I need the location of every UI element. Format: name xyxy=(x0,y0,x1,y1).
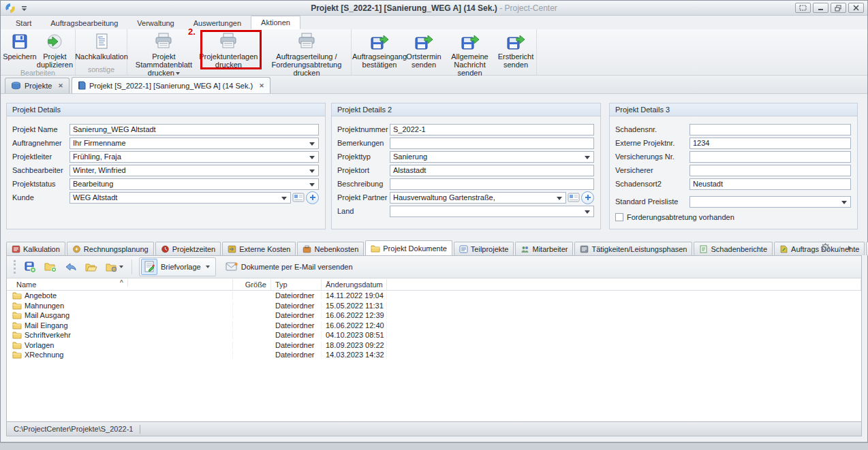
tab-taetigkeiten[interactable]: Tätigkeiten/Leistungsphasen xyxy=(574,242,692,255)
projekt-duplizieren-button[interactable]: Projekt duplizieren xyxy=(37,30,73,69)
land-combo[interactable] xyxy=(390,206,594,217)
open-folder-button[interactable] xyxy=(84,259,99,274)
tab-schadenberichte[interactable]: Schadenberichte xyxy=(694,242,773,255)
sachbearbeiter-combo[interactable]: Winter, Winfried xyxy=(69,165,319,176)
projekttyp-combo[interactable]: Sanierung xyxy=(390,151,594,163)
versicherer-input[interactable] xyxy=(689,165,851,176)
restore-button[interactable] xyxy=(831,3,846,13)
schadensnr-input[interactable] xyxy=(689,124,851,135)
tab-kalkulation[interactable]: Kalkulation xyxy=(6,242,65,255)
folder-icon xyxy=(12,351,22,359)
column-aenderungsdatum[interactable]: Änderungsdatum xyxy=(322,279,387,290)
file-type: Dateiordner xyxy=(271,331,322,339)
tab-scroll-left-icon[interactable] xyxy=(837,244,841,253)
tab-aktionen[interactable]: Aktionen xyxy=(251,16,300,29)
tab-verwaltung[interactable]: Verwaltung xyxy=(127,17,183,29)
projekt-name-input[interactable]: Sanierung_WEG Altstadt xyxy=(69,124,319,135)
ortstermin-button[interactable]: Ortstermin senden xyxy=(405,30,442,69)
table-row[interactable]: XRechnung Dateiordner 14.03.2023 14:32 xyxy=(7,350,861,360)
tab-auftragsbearbeitung[interactable]: Auftragsbearbeitung xyxy=(41,17,127,29)
file-modified: 15.05.2022 11:31 xyxy=(322,302,387,310)
close-tab-icon[interactable]: ✕ xyxy=(55,82,63,89)
folder-icon xyxy=(12,321,22,330)
briefvorlage-button[interactable]: Briefvorlage xyxy=(139,257,216,276)
column-groesse[interactable]: Größe xyxy=(233,279,271,290)
doctab-projekt-aktuell[interactable]: Projekt [S_2022-1] [Sanierung_WEG A] (14… xyxy=(72,77,270,93)
schadensort2-input[interactable]: Neustadt xyxy=(689,178,851,190)
file-type: Dateiordner xyxy=(271,321,322,330)
dropdown-arrow-icon xyxy=(119,266,123,268)
close-button[interactable] xyxy=(848,3,864,13)
projektort-input[interactable]: Alstastadt xyxy=(390,165,594,176)
close-tab-icon[interactable]: ✕ xyxy=(256,82,264,89)
add-folder-button[interactable] xyxy=(43,259,58,274)
tab-projekt-dokumente[interactable]: Projekt Dokumente xyxy=(365,240,452,255)
tab-scroll-right-icon[interactable] xyxy=(848,244,852,253)
auftragnehmer-combo[interactable]: Ihr Firmenname xyxy=(69,138,319,149)
fullscreen-button[interactable] xyxy=(795,3,811,13)
externe-kosten-icon xyxy=(228,245,236,253)
doctab-projekt-label: Projekt [S_2022-1] [Sanierung_WEG A] (14… xyxy=(89,82,253,90)
contact-card-icon[interactable] xyxy=(292,193,305,202)
table-row[interactable]: Mail Ausgang Dateiordner 16.06.2022 12:3… xyxy=(7,310,861,321)
documents-toolbar: Briefvorlage Dokumente per E-Mail versen… xyxy=(7,256,861,278)
documents-status-bar: C:\ProjectCenter\Projekte\S_2022-1 xyxy=(7,421,861,436)
projektleiter-combo[interactable]: Frühling, Fraja xyxy=(69,151,319,163)
file-name: Mahnungen xyxy=(25,302,64,310)
nachkalkulation-label: Nachkalkulation xyxy=(75,52,128,61)
erstbericht-button[interactable]: Erstbericht senden xyxy=(497,30,534,69)
panel-projekt-details: Projekt Details Projekt NameSanierung_WE… xyxy=(6,103,326,229)
file-name: XRechnung xyxy=(25,351,64,359)
standard-preisliste-combo[interactable] xyxy=(689,196,851,208)
projekt-partner-combo[interactable]: Hausverwaltung Gartenstraße, xyxy=(390,192,566,204)
add-kunde-button[interactable] xyxy=(306,191,319,204)
tab-mitarbeiter[interactable]: Mitarbeiter xyxy=(515,242,573,255)
versicherungs-nr-input[interactable] xyxy=(689,151,851,163)
table-row[interactable]: Schriftverkehr Dateiordner 04.10.2023 08… xyxy=(7,330,861,340)
field-label: Land xyxy=(332,207,390,215)
add-document-button[interactable] xyxy=(22,259,37,274)
tab-externe-kosten[interactable]: Externe Kosten xyxy=(222,242,296,255)
auftragseingang-button[interactable]: Auftragseingang bestätigen xyxy=(354,30,405,69)
field-label: Projektort xyxy=(332,166,390,174)
email-versenden-button[interactable]: Dokumente per E-Mail versenden xyxy=(221,262,357,272)
forderungsabtretung-checkbox[interactable] xyxy=(615,213,623,221)
doctab-projekte[interactable]: Projekte ✕ xyxy=(5,78,69,93)
annotation-highlight-box xyxy=(200,30,262,69)
table-row[interactable]: Vorlagen Dateiordner 18.09.2023 09:22 xyxy=(7,340,861,351)
field-label: Projekt Partner xyxy=(332,193,390,202)
auftragserteilung-drucken-button[interactable]: Auftragserteilung / Forderungsabtretung … xyxy=(264,30,349,77)
table-row[interactable]: Mail Eingang Dateiordner 16.06.2022 12:4… xyxy=(7,321,861,331)
stammdatenblatt-drucken-button[interactable]: Projekt Stammdatenblatt drucken xyxy=(129,30,198,77)
nachkalkulation-button[interactable]: Nachkalkulation xyxy=(78,30,125,61)
table-row[interactable]: Mahnungen Dateiordner 15.05.2022 11:31 xyxy=(7,301,861,311)
tab-teilprojekte[interactable]: Teilprojekte xyxy=(454,242,514,255)
tab-projektzeiten[interactable]: Projektzeiten xyxy=(155,242,221,255)
field-label: Versicherungs Nr. xyxy=(610,152,689,161)
field-label: Standard Preisliste xyxy=(610,197,689,206)
tab-settings-gear-icon[interactable] xyxy=(820,242,831,254)
back-arrow-button[interactable] xyxy=(63,259,78,274)
externe-projektnr-input[interactable]: 1234 xyxy=(689,138,851,149)
minimize-button[interactable] xyxy=(813,3,828,13)
toolbar-grip[interactable] xyxy=(14,260,16,274)
auftragserteilung-label: Auftragserteilung / Forderungsabtretung … xyxy=(264,52,349,77)
column-typ[interactable]: Typ xyxy=(271,279,322,290)
auftragseingang-label: Auftragseingang bestätigen xyxy=(352,52,407,69)
bemerkungen-input[interactable] xyxy=(390,138,594,149)
projektstatus-combo[interactable]: Bearbeitung xyxy=(69,178,319,190)
beschreibung-input[interactable] xyxy=(390,178,594,190)
folder-options-button[interactable] xyxy=(104,259,125,274)
field-label: Versicherer xyxy=(610,166,689,174)
tab-rechnungsplanung[interactable]: Rechnungsplanung xyxy=(67,242,154,255)
contact-card-icon[interactable] xyxy=(568,193,580,202)
projektnummer-input[interactable]: S_2022-1 xyxy=(390,124,594,135)
table-row[interactable]: Angebote Dateiordner 14.11.2022 19:04 xyxy=(7,291,861,301)
allgemeine-nachricht-button[interactable]: Allgemeine Nachricht senden xyxy=(442,30,497,77)
tab-start[interactable]: Start xyxy=(6,17,41,29)
projekt-dokumente-icon xyxy=(371,244,380,253)
kunde-combo[interactable]: WEG Altstadt xyxy=(69,192,291,204)
tab-nebenkosten[interactable]: Nebenkosten xyxy=(297,242,364,255)
add-partner-button[interactable] xyxy=(581,191,594,204)
speichern-button[interactable]: Speichern xyxy=(3,30,37,61)
